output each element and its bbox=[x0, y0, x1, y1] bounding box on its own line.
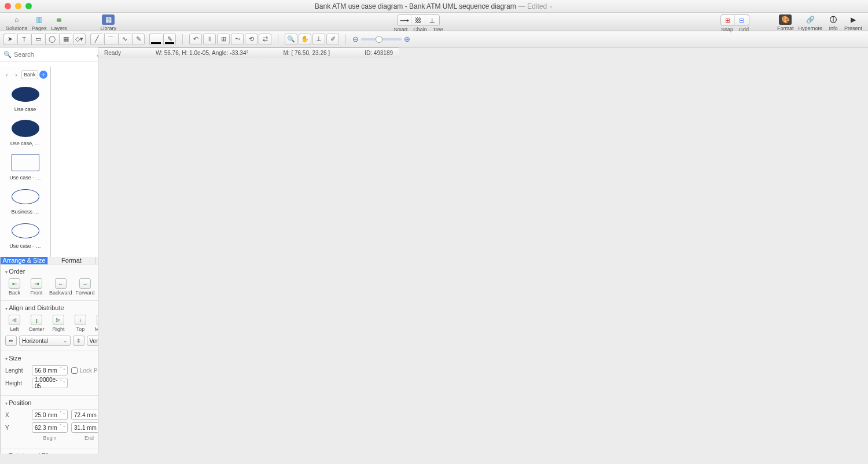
window-controls bbox=[5, 3, 32, 9]
order-forward[interactable]: →Forward bbox=[76, 278, 95, 296]
status-dims: W: 56.76, H: 1.0e-05, Angle: -33.34° bbox=[156, 50, 249, 56]
title-text: Bank ATM use case diagram - Bank ATM UML… bbox=[315, 2, 516, 10]
shape-use-case-4[interactable]: Use case - … bbox=[1, 220, 49, 249]
info-button[interactable]: ⓘInfo bbox=[827, 14, 840, 31]
align-center[interactable]: ⫿Center bbox=[27, 315, 46, 332]
y-begin-input[interactable]: 62.3 mm bbox=[32, 422, 68, 433]
titlebar: Bank ATM use case diagram - Bank ATM UML… bbox=[0, 0, 868, 13]
align-top[interactable]: ⫶Top bbox=[71, 315, 90, 332]
connectors-group: ⟿ ⛓ ⊥ SmartChainTree bbox=[393, 14, 443, 32]
align-button[interactable]: ⫴ bbox=[203, 34, 216, 45]
zoom-in-icon[interactable]: ⊕ bbox=[404, 35, 410, 43]
present-button[interactable]: ▶Present bbox=[844, 14, 862, 31]
zoom-tool[interactable]: 🔍 bbox=[285, 34, 297, 45]
spline-tool[interactable]: ∿ bbox=[118, 34, 131, 45]
library-button[interactable]: ▦Library bbox=[101, 14, 117, 31]
section-rotate: Rotate and Flip Angle -33.34 deg ⟳90° CW… bbox=[1, 448, 98, 454]
tools-bar: ➤ T ▭ ◯ ▦ ◇▾ ╱ ⌒ ∿ ✎ ✎ ↶ ⫴ ⊞ ⤳ ⟲ ⇄ 🔍 ✋ ⊥… bbox=[0, 31, 868, 47]
snap-grid-group: ⊞ ⊟ SnapGrid bbox=[720, 14, 749, 32]
ellipse-tool[interactable]: ◯ bbox=[45, 34, 58, 45]
tab-arrange[interactable]: Arrange & Size bbox=[1, 257, 48, 264]
distribute-button[interactable]: ⊞ bbox=[217, 34, 230, 45]
shapes-back[interactable]: ‹ bbox=[3, 71, 11, 79]
shape-business[interactable]: Business … bbox=[1, 186, 49, 215]
status-bar: Ready W: 56.76, H: 1.0e-05, Angle: -33.3… bbox=[98, 47, 399, 58]
library-search[interactable]: 🔍 ⬈ bbox=[0, 47, 98, 62]
table-tool[interactable]: ▦ bbox=[59, 34, 72, 45]
shapes-panel: ‹ › Bank… + Use case Use case, … Use cas… bbox=[0, 67, 51, 257]
status-mouse: M: [ 76.50, 23.26 ] bbox=[284, 50, 330, 56]
search-input[interactable] bbox=[14, 51, 94, 58]
zoom-out-icon[interactable]: ⊖ bbox=[352, 35, 359, 43]
main-toolbar: ⌂Solutions ▥Pages ≣Layers ▦Library ⟿ ⛓ ⊥… bbox=[0, 13, 868, 31]
height-input[interactable]: 1.0000e-05 bbox=[32, 378, 68, 388]
window-title: Bank ATM use case diagram - Bank ATM UML… bbox=[315, 2, 553, 10]
distribute-v-select[interactable]: Vertical bbox=[87, 336, 99, 346]
search-icon: 🔍 bbox=[3, 51, 12, 58]
shapes-add[interactable]: + bbox=[39, 71, 47, 79]
section-position: Position X 25.0 mm 72.4 mm Y 62.3 mm 31.… bbox=[1, 396, 98, 448]
pan-tool[interactable]: ✋ bbox=[299, 34, 311, 45]
tab-format[interactable]: Format bbox=[48, 257, 95, 264]
pen-tool[interactable]: ✎ bbox=[132, 34, 145, 45]
shapes-fwd[interactable]: › bbox=[12, 71, 20, 79]
smart-connector-button[interactable]: ⟿ bbox=[398, 15, 411, 25]
fill-color[interactable] bbox=[149, 34, 162, 45]
shape-tool[interactable]: ◇▾ bbox=[73, 34, 86, 45]
section-align: Align and Distribute ⫷Left ⫿Center ⫸Righ… bbox=[1, 301, 98, 351]
shape-use-case[interactable]: Use case bbox=[1, 84, 49, 112]
order-front[interactable]: ⇥Front bbox=[27, 278, 46, 296]
arc-tool[interactable]: ⌒ bbox=[104, 34, 117, 45]
snap-button[interactable]: ⊞ bbox=[721, 15, 735, 25]
hypernote-button[interactable]: 🔗Hypernote bbox=[798, 14, 822, 31]
section-order: Order ⇤Back ⇥Front ←Backward →Forward bbox=[1, 264, 98, 301]
close-window-button[interactable] bbox=[5, 3, 11, 9]
distribute-h[interactable]: ⇔ bbox=[5, 336, 17, 346]
library-panel: 🔍 ⬈ ATM UML Diagrams Libraries Bank UML … bbox=[0, 47, 98, 454]
status-ready: Ready bbox=[104, 50, 121, 56]
align-left[interactable]: ⫷Left bbox=[5, 315, 24, 332]
undo-button[interactable]: ↶ bbox=[189, 34, 202, 45]
zoom-window-button[interactable] bbox=[25, 3, 32, 9]
tree-connector-button[interactable]: ⊥ bbox=[425, 15, 439, 25]
status-id: ID: 493189 bbox=[365, 50, 393, 56]
layers-button[interactable]: ≣Layers bbox=[52, 14, 67, 31]
x-end-input[interactable]: 72.4 mm bbox=[71, 410, 98, 420]
rect-tool[interactable]: ▭ bbox=[31, 34, 44, 45]
select-tool[interactable]: ➤ bbox=[3, 34, 16, 45]
shape-use-case-rect[interactable]: Use case - … bbox=[1, 152, 49, 181]
title-edited: — Edited bbox=[518, 2, 547, 10]
solutions-button[interactable]: ⌂Solutions bbox=[6, 14, 27, 31]
zoom-slider[interactable]: ⊖ ⊕ bbox=[352, 35, 410, 43]
line-tool[interactable]: ╱ bbox=[90, 34, 103, 45]
chain-connector-button[interactable]: ⛓ bbox=[411, 15, 425, 25]
distribute-v[interactable]: ⇕ bbox=[73, 336, 84, 346]
minimize-window-button[interactable] bbox=[15, 3, 21, 9]
grid-button[interactable]: ⊟ bbox=[735, 15, 749, 25]
flip-button[interactable]: ⇄ bbox=[259, 34, 271, 45]
order-backward[interactable]: ←Backward bbox=[49, 278, 72, 296]
inspector-panel: Arrange & Size Format Text Order ⇤Back ⇥… bbox=[0, 257, 98, 454]
format-button[interactable]: 🎨Format bbox=[777, 14, 794, 31]
eyedropper-tool[interactable]: ✐ bbox=[326, 34, 339, 45]
main-area: 🔍 ⬈ ATM UML Diagrams Libraries Bank UML … bbox=[0, 47, 868, 454]
line-color[interactable]: ✎ bbox=[163, 34, 176, 45]
stamp-tool[interactable]: ⊥ bbox=[312, 34, 325, 45]
lock-proportions[interactable]: Lock Proportions bbox=[71, 367, 98, 374]
pages-button[interactable]: ▥Pages bbox=[32, 14, 47, 31]
align-right[interactable]: ⫸Right bbox=[49, 315, 68, 332]
order-back[interactable]: ⇤Back bbox=[5, 278, 24, 296]
text-tool[interactable]: T bbox=[17, 34, 30, 45]
shapes-crumb[interactable]: Bank… bbox=[21, 70, 38, 79]
length-input[interactable]: 56.8 mm bbox=[32, 365, 68, 375]
x-begin-input[interactable]: 25.0 mm bbox=[32, 410, 68, 420]
shape-use-case-2[interactable]: Use case, … bbox=[1, 118, 49, 146]
route-button[interactable]: ⤳ bbox=[231, 34, 244, 45]
title-dropdown-icon[interactable]: ⌄ bbox=[549, 3, 553, 9]
y-end-input[interactable]: 31.1 mm bbox=[71, 422, 98, 433]
rotate-button[interactable]: ⟲ bbox=[245, 34, 258, 45]
tab-text[interactable]: Text bbox=[95, 257, 98, 264]
distribute-h-select[interactable]: Horizontal bbox=[19, 336, 71, 346]
section-size: Size Lenght 56.8 mm Lock Proportions Hei… bbox=[1, 351, 98, 396]
align-middle[interactable]: ⫾Middle bbox=[93, 315, 98, 332]
